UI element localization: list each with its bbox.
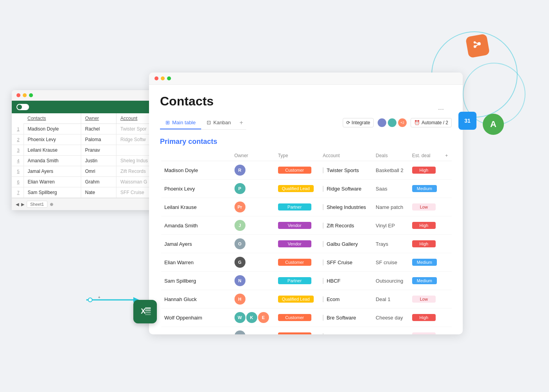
contact-name: Leilani Krause: [24, 145, 81, 156]
table-row[interactable]: 3 Leilani Krause Pranav: [12, 145, 169, 156]
type-badge: Vendor: [278, 222, 311, 229]
automate-icon: ⏰: [414, 120, 420, 125]
list-item[interactable]: Phoenix Levy P Qualified Lead Ridge Soft…: [161, 180, 452, 198]
contact-name-cell: Jamal Ayers: [161, 235, 231, 253]
est-deal-cell: High: [409, 216, 442, 235]
avatar: J: [235, 330, 245, 334]
type-cell: Customer: [275, 161, 320, 180]
avatar-3: E: [258, 312, 269, 323]
table-row[interactable]: 7 Sam Spillberg Nate SFF Cruise: [12, 187, 169, 198]
row-actions-cell[interactable]: [442, 161, 452, 180]
sheet-tab[interactable]: Sheet1: [27, 201, 47, 208]
close-dot[interactable]: [16, 93, 20, 97]
contacts-table-wrap: Primary contacts Owner Type Account Deal…: [149, 131, 463, 334]
add-sheet[interactable]: ⊕: [50, 202, 53, 207]
table-row[interactable]: 6 Elian Warren Grahm Waissman G: [12, 177, 169, 187]
row-number: 2: [12, 134, 24, 145]
svg-text:X: X: [141, 307, 145, 315]
row-actions-cell[interactable]: [442, 253, 452, 272]
nav-next[interactable]: ▶: [21, 202, 24, 207]
row-actions-cell[interactable]: [442, 272, 452, 290]
deals-cell: Prototype: [373, 327, 409, 335]
contact-name: Sam Spillberg: [24, 187, 81, 198]
row-actions-cell[interactable]: [442, 290, 452, 309]
type-badge: Customer: [278, 332, 311, 334]
table-row[interactable]: 1 Madison Doyle Rachel Twister Spor: [12, 124, 169, 134]
type-badge: Qualified Lead: [278, 296, 314, 303]
list-item[interactable]: Amanda Smith J Vendor Zift Records Vinyl…: [161, 216, 452, 235]
owner-cell: H: [231, 290, 275, 309]
list-item[interactable]: Jamal Ayers O Vendor Galbu Gallery Trays…: [161, 235, 452, 253]
integrate-icon: ⟳: [346, 120, 350, 125]
more-options-button[interactable]: ...: [438, 103, 444, 112]
row-actions-cell[interactable]: [442, 235, 452, 253]
excel-toggle[interactable]: [16, 104, 29, 110]
section-title: Primary contacts: [160, 131, 452, 151]
account-cell: SFF Cruise: [320, 253, 373, 272]
tab-main-table[interactable]: ⊞ Main table: [160, 116, 201, 129]
svg-text:+: +: [98, 295, 100, 299]
crm-titlebar: [149, 73, 463, 85]
row-actions-cell[interactable]: [442, 180, 452, 198]
row-actions-cell[interactable]: [442, 198, 452, 216]
type-badge: Customer: [278, 314, 311, 321]
integrate-label: Integrate: [352, 120, 370, 125]
automate-button[interactable]: ⏰ Automate / 2: [411, 118, 452, 127]
type-badge: Vendor: [278, 240, 311, 247]
avatar: J: [235, 220, 245, 231]
owner-cell: N: [231, 272, 275, 290]
list-item[interactable]: Sam Spillberg N Partner HBCF Outsourcing…: [161, 272, 452, 290]
crm-close-dot[interactable]: [155, 76, 158, 80]
deals-cell: Trays: [373, 235, 409, 253]
list-item[interactable]: Madison Doyle R Customer Twister Sports …: [161, 161, 452, 180]
deal-badge: Medium: [412, 277, 437, 284]
list-item[interactable]: Leilani Krause Pr Partner Sheleg Industr…: [161, 198, 452, 216]
maximize-dot[interactable]: [29, 93, 33, 97]
deals-cell: Vinyl EP: [373, 216, 409, 235]
deals-cell: Cheese day: [373, 309, 409, 327]
svg-point-4: [473, 41, 476, 44]
calendar-label: 31: [464, 118, 471, 124]
list-item[interactable]: Elian Warren G Customer SFF Cruise SF cr…: [161, 253, 452, 272]
hubspot-icon[interactable]: [465, 34, 490, 58]
th-name: [161, 151, 231, 161]
integrate-button[interactable]: ⟳ Integrate: [343, 118, 374, 127]
type-cell: Partner: [275, 198, 320, 216]
nav-prev[interactable]: ◀: [16, 202, 19, 207]
crm-maximize-dot[interactable]: [167, 76, 171, 80]
est-deal-cell: Low: [409, 198, 442, 216]
owner-cell: O: [231, 235, 275, 253]
th-add[interactable]: +: [442, 151, 452, 161]
row-actions-cell[interactable]: [442, 327, 452, 335]
table-row[interactable]: 4 Amanda Smith Justin Sheleg Indus: [12, 156, 169, 166]
type-cell: Customer: [275, 253, 320, 272]
type-badge: Partner: [278, 277, 311, 284]
account-cell: Sheleg Industries: [320, 198, 373, 216]
type-badge: Qualified Lead: [278, 185, 314, 192]
est-deal-cell: Medium: [409, 272, 442, 290]
crm-minimize-dot[interactable]: [161, 76, 165, 80]
kanban-label: Kanban: [213, 120, 231, 125]
contacts-table: Owner Type Account Deals Est. deal + Mad…: [160, 151, 452, 334]
list-item[interactable]: Hannah Gluck H Qualified Lead Ecom Deal …: [161, 290, 452, 309]
table-row[interactable]: 2 Phoenix Levy Paloma Ridge Softw: [12, 134, 169, 145]
deal-badge: High: [412, 222, 436, 229]
minimize-dot[interactable]: [23, 93, 27, 97]
add-tab-button[interactable]: +: [236, 116, 246, 129]
avatar: H: [235, 294, 245, 305]
list-item[interactable]: Wolf Oppenhaim W K E Customer Bre Softwa…: [161, 309, 452, 327]
table-row[interactable]: 5 Jamal Ayers Omri Zift Records: [12, 166, 169, 177]
contact-name-cell: Amanda Smith: [161, 216, 231, 235]
row-actions-cell[interactable]: [442, 309, 452, 327]
owner-name: Paloma: [81, 134, 116, 145]
deal-badge: Medium: [412, 259, 437, 266]
owner-name: Grahm: [81, 177, 116, 187]
list-item[interactable]: John Walsh J Customer Rot EM Prototype L…: [161, 327, 452, 335]
tab-kanban[interactable]: ⊡ Kanban: [201, 116, 236, 129]
monday-icon[interactable]: A: [483, 114, 504, 135]
row-actions-cell[interactable]: [442, 216, 452, 235]
calendar-icon[interactable]: 31: [458, 112, 476, 130]
owner-name: Justin: [81, 156, 116, 166]
avatar: N: [235, 275, 245, 286]
contact-name: Amanda Smith: [24, 156, 81, 166]
